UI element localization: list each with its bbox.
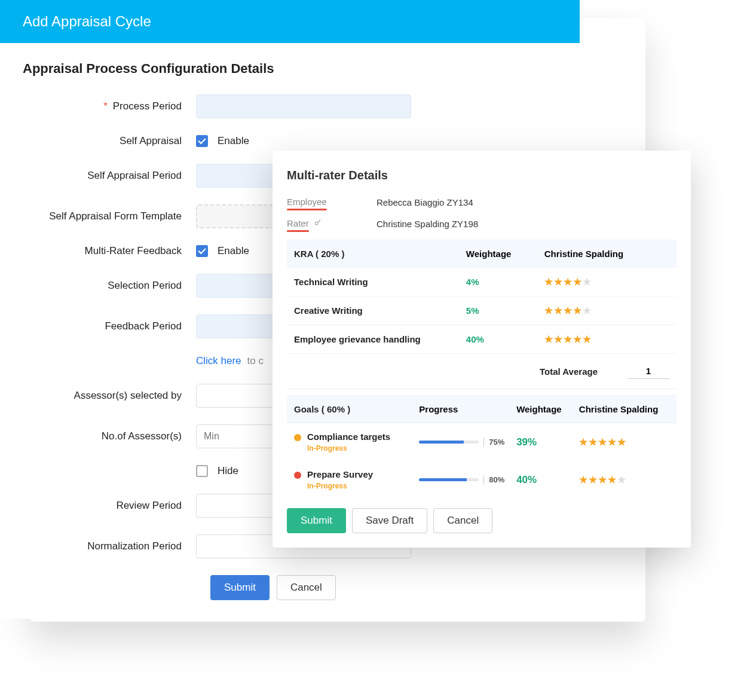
label-self-appraisal: Self Appraisal [120,135,182,146]
star-rating[interactable]: ★★★★★ [544,334,669,345]
kra-row: Technical Writing4%★★★★★ [287,268,677,296]
star-icon: ★ [589,474,597,485]
progress-percent: 80% [489,475,504,484]
status-dot-icon [294,472,301,479]
detail-rater: Rater Christine Spalding ZY198 [287,218,677,229]
kra-name: Employee grievance handling [294,334,466,344]
cancel-button[interactable]: Cancel [277,575,336,600]
kra-weight: 40% [466,334,544,344]
star-rating[interactable]: ★★★★★ [544,305,669,316]
required-mark: * [103,100,108,112]
total-average-label: Total Average [294,366,628,377]
key-icon [314,219,322,228]
goal-row: Prepare SurveyIn-Progress80%40%★★★★★ [287,461,677,499]
star-icon: ★ [598,474,607,485]
checkbox-label-hide: Hide [218,465,238,477]
total-row: Total Average [287,354,677,389]
goal-weight: 39% [516,436,579,448]
kra-header-label: KRA ( 20% ) [294,249,466,259]
label-review-period: Review Period [116,500,182,511]
progress-bar [419,478,479,481]
kra-row: Creative Writing5%★★★★★ [287,296,677,325]
kra-name: Creative Writing [294,305,466,316]
goal-name-cell: Compliance targetsIn-Progress [294,432,419,453]
overlay-title: Multi-rater Details [287,169,677,182]
label-assessor-selected-by: Assessor(s) selected by [74,390,182,401]
label-no-of-assessors: No.of Assessor(s) [102,430,182,442]
multi-rater-overlay: Multi-rater Details Employee Rebecca Bia… [273,151,691,548]
goal-name-cell: Prepare SurveyIn-Progress [294,469,419,490]
row-process-period: * Process Period [23,94,557,118]
overlay-cancel-button[interactable]: Cancel [433,508,492,533]
click-here-rest: to c [247,355,264,367]
star-icon: ★ [544,305,553,316]
star-rating[interactable]: ★★★★★ [579,474,669,485]
checkbox-self-appraisal[interactable] [196,135,208,147]
kra-table-header: KRA ( 20% ) Weightage Christine Spalding [287,240,677,268]
star-icon: ★ [554,276,562,288]
progress-percent: 75% [489,438,504,447]
star-icon: ★ [544,334,553,345]
input-process-period[interactable] [196,94,411,118]
star-icon: ★ [579,474,587,485]
kra-header-weight: Weightage [466,249,544,259]
label-normalization-period: Normalization Period [87,540,182,552]
goal-status: In-Progress [307,444,419,453]
kra-header-rater: Christine Spalding [544,249,669,259]
goals-header-label: Goals ( 60% ) [294,404,419,414]
input-no-of-assessors-min[interactable] [196,424,274,448]
star-rating[interactable]: ★★★★★ [579,436,669,448]
star-icon: ★ [564,305,572,316]
goals-header-progress: Progress [419,404,516,414]
star-rating[interactable]: ★★★★★ [544,276,669,288]
star-icon: ★ [564,334,572,345]
detail-key-rater: Rater [287,218,309,228]
total-average-input[interactable] [628,363,669,379]
kra-rows: Technical Writing4%★★★★★Creative Writing… [287,268,677,354]
page-title: Add Appraisal Cycle [23,13,151,29]
star-icon: ★ [564,276,572,288]
star-icon: ★ [608,474,616,485]
star-icon: ★ [573,334,581,345]
star-icon: ★ [598,436,607,448]
kra-weight: 5% [466,305,544,316]
goals-header-weight: Weightage [516,404,579,414]
detail-value-rater: Christine Spalding ZY198 [376,219,478,229]
kra-rater-cell: ★★★★★ [544,276,669,288]
label-selection-period: Selection Period [108,280,182,291]
star-icon: ★ [573,276,581,288]
star-icon: ★ [544,276,553,288]
star-icon: ★ [554,305,562,316]
goals-table-header: Goals ( 60% ) Progress Weightage Christi… [287,395,677,423]
row-self-appraisal: Self Appraisal Enable [23,135,557,147]
goal-progress-cell: 75% [419,438,516,447]
star-icon: ★ [554,334,562,345]
detail-employee: Employee Rebecca Biaggio ZY134 [287,197,677,207]
star-icon: ★ [608,436,616,448]
form-actions: Submit Cancel [210,575,557,600]
overlay-save-draft-button[interactable]: Save Draft [352,508,427,533]
goal-rater-cell: ★★★★★ [579,436,669,448]
star-icon: ★ [617,436,626,448]
kra-rater-cell: ★★★★★ [544,334,669,345]
star-icon: ★ [583,334,591,345]
label-self-appraisal-period: Self Appraisal Period [87,170,182,181]
overlay-submit-button[interactable]: Submit [287,508,346,533]
status-dot-icon [294,434,301,441]
click-here-link[interactable]: Click here [196,355,241,367]
star-icon: ★ [573,305,581,316]
star-icon: ★ [583,305,591,316]
checkbox-label-multi-rater: Enable [218,245,249,257]
goal-weight: 40% [516,474,579,486]
goal-row: Compliance targetsIn-Progress75%39%★★★★★ [287,423,677,461]
kra-name: Technical Writing [294,277,466,287]
label-multi-rater: Multi-Rater Feedback [84,245,182,256]
kra-row: Employee grievance handling40%★★★★★ [287,325,677,354]
checkbox-hide[interactable] [196,465,208,477]
checkbox-multi-rater[interactable] [196,245,208,257]
label-feedback-period: Feedback Period [105,320,182,332]
goal-name: Compliance targets [307,432,390,442]
kra-rater-cell: ★★★★★ [544,305,669,316]
goal-rows: Compliance targetsIn-Progress75%39%★★★★★… [287,423,677,499]
submit-button[interactable]: Submit [210,575,270,600]
